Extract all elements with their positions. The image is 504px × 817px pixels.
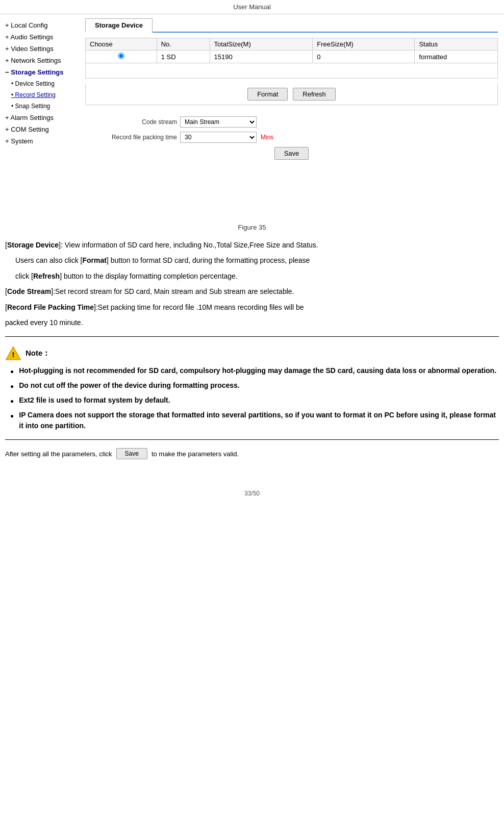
save-row: Save [90, 147, 493, 160]
svg-text:!: ! [12, 351, 15, 359]
save-button[interactable]: Save [274, 147, 309, 160]
description: [Storage Device]: View information of SD… [5, 239, 499, 328]
col-no: No. [157, 38, 210, 51]
storage-device-tab[interactable]: Storage Device [85, 18, 153, 33]
col-choose: Choose [86, 38, 157, 51]
sidebar: Local Config Audio Settings Video Settin… [0, 14, 79, 218]
desc-bold-format: Format [82, 256, 106, 264]
sidebar-item-video-settings[interactable]: Video Settings [0, 43, 79, 55]
desc-bold-storage-device: Storage Device [7, 241, 59, 249]
col-freesize: FreeSize(M) [313, 38, 415, 51]
form-section: Code stream Main Stream Sub Stream Recor… [85, 113, 498, 163]
page-footer: 33/50 [0, 469, 504, 502]
desc-para3: click [Refresh] button to the display fo… [5, 270, 499, 282]
desc-bold-refresh: Refresh [33, 272, 60, 280]
header-title: User Manual [233, 3, 271, 11]
packing-time-label: Record file packing time [90, 134, 177, 141]
note-header: ! Note： [5, 345, 499, 361]
mins-label: Mins [261, 134, 273, 141]
divider-top [5, 336, 499, 337]
note-section: ! Note： Hot-plugging is not recommended … [5, 345, 499, 431]
empty-row [86, 63, 498, 79]
figure-caption: Figure 35 [0, 224, 504, 231]
row-radio[interactable] [118, 53, 124, 59]
row-freesize: 0 [313, 51, 415, 63]
code-stream-label: Code stream [90, 118, 177, 126]
note-item-3: Ext2 file is used to format system by de… [10, 395, 499, 406]
divider-bottom [5, 439, 499, 440]
note-item-4: IP Camera does not support the storage t… [10, 410, 499, 431]
col-status: Status [415, 38, 498, 51]
note-item-2: Do not cut off the power of the device d… [10, 380, 499, 391]
sidebar-item-local-config[interactable]: Local Config [0, 19, 79, 31]
code-stream-row: Code stream Main Stream Sub Stream [90, 116, 493, 128]
code-stream-select[interactable]: Main Stream Sub Stream [180, 116, 257, 128]
note-title: Note： [26, 349, 50, 358]
desc-bold-record-file: Record File Packing Time [7, 303, 94, 311]
warning-icon: ! [5, 345, 21, 361]
note-item-1: Hot-plugging is not recommended for SD c… [10, 365, 499, 376]
packing-time-select[interactable]: 10 20 30 60 [180, 132, 257, 143]
sidebar-item-system[interactable]: System [0, 135, 79, 147]
inline-save-button[interactable]: Save [116, 448, 147, 459]
row-totalsize: 15190 [210, 51, 313, 63]
refresh-button[interactable]: Refresh [293, 88, 336, 101]
row-choose [86, 51, 157, 63]
sidebar-item-device-setting[interactable]: Device Setting [0, 78, 79, 89]
storage-table: Choose No. TotalSize(M) FreeSize(M) Stat… [85, 38, 498, 79]
sidebar-item-audio-settings[interactable]: Audio Settings [0, 31, 79, 43]
main-layout: Local Config Audio Settings Video Settin… [0, 14, 504, 218]
page-header: User Manual [0, 0, 504, 14]
desc-bold-code-stream: Code Stream [7, 287, 51, 295]
desc-para2: Users can also click [Format] button to … [5, 255, 499, 266]
desc-para1: [Storage Device]: View information of SD… [5, 239, 499, 251]
note-list: Hot-plugging is not recommended for SD c… [5, 365, 499, 431]
sidebar-item-snap-setting[interactable]: Snap Setting [0, 101, 79, 112]
after-note-before: After setting all the parameters, click [5, 450, 112, 458]
col-totalsize: TotalSize(M) [210, 38, 313, 51]
sidebar-item-record-setting[interactable]: Record Setting [0, 89, 79, 101]
row-no: 1 SD [157, 51, 210, 63]
button-row: Format Refresh [85, 84, 498, 105]
format-button[interactable]: Format [247, 88, 288, 101]
desc-para5: [Record File Packing Time]:Set packing t… [5, 302, 499, 313]
content-area: Storage Device Choose No. TotalSize(M) F… [79, 14, 504, 218]
packing-time-row: Record file packing time 10 20 30 60 Min… [90, 132, 493, 143]
table-row: 1 SD 15190 0 formatted [86, 51, 498, 63]
desc-para4: [Code Stream]:Set record stream for SD c… [5, 286, 499, 297]
after-note: After setting all the parameters, click … [5, 448, 499, 459]
sidebar-item-alarm-settings[interactable]: Alarm Settings [0, 112, 79, 123]
sidebar-item-com-setting[interactable]: COM Setting [0, 123, 79, 135]
sidebar-item-storage-settings[interactable]: Storage Settings [0, 66, 79, 78]
row-status: formatted [415, 51, 498, 63]
after-note-after: to make the parameters valid. [152, 450, 239, 458]
sidebar-item-network-settings[interactable]: Network Settings [0, 55, 79, 66]
tab-bar: Storage Device [85, 18, 498, 33]
desc-para6: packed every 10 minute. [5, 317, 499, 328]
